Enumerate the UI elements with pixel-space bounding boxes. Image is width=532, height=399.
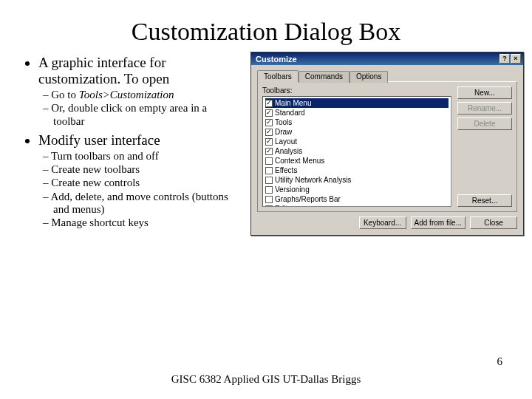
- tab-toolbars[interactable]: Toolbars: [257, 70, 299, 82]
- bullet-2-sub-5: Manage shortcut keys: [53, 216, 240, 229]
- checkbox-icon[interactable]: ✓: [265, 129, 273, 136]
- bullet-1-sub-1: Go to Tools>Customization: [53, 89, 240, 101]
- list-item-label: Effects: [275, 166, 297, 175]
- list-item-label: Graphs/Reports Bar: [275, 194, 341, 204]
- list-item[interactable]: ✓Draw: [265, 127, 449, 137]
- checkbox-icon[interactable]: [265, 186, 273, 194]
- list-item[interactable]: Graphs/Reports Bar: [265, 194, 449, 204]
- list-item[interactable]: ✓Standard: [265, 108, 449, 117]
- checkbox-icon[interactable]: [265, 196, 273, 203]
- bullet-1: A graphic interface for customization. T…: [38, 55, 240, 128]
- delete-button[interactable]: Delete: [457, 117, 512, 130]
- list-item[interactable]: Editor: [265, 204, 449, 207]
- dialog-titlebar[interactable]: Customize ? ×: [251, 52, 523, 65]
- list-item-label: Utility Network Analysis: [275, 175, 351, 185]
- help-button[interactable]: ?: [499, 54, 510, 64]
- list-item[interactable]: Context Menus: [265, 156, 449, 166]
- slide-title: Customization Dialog Box: [22, 18, 510, 46]
- bullet-1-sub-2: Or, double click on empty area in a tool…: [53, 102, 240, 128]
- tab-panel: Toolbars: ✓Main Menu✓Standard✓Tools✓Draw…: [257, 81, 517, 212]
- list-item-label: Standard: [275, 108, 305, 117]
- checkbox-icon[interactable]: [265, 157, 273, 165]
- list-item[interactable]: ✓Layout: [265, 137, 449, 146]
- tab-options[interactable]: Options: [349, 71, 388, 83]
- bullet-1-text: A graphic interface for customization. T…: [38, 55, 169, 86]
- close-button[interactable]: Close: [470, 216, 517, 229]
- checkbox-icon[interactable]: ✓: [265, 119, 273, 126]
- list-item-label: Versioning: [275, 185, 310, 194]
- reset-button[interactable]: Reset...: [457, 194, 512, 207]
- list-item-label: Tools: [275, 117, 292, 127]
- footer-text: GISC 6382 Applied GIS UT-Dallas Briggs: [0, 373, 532, 386]
- toolbars-listbox[interactable]: ✓Main Menu✓Standard✓Tools✓Draw✓Layout✓An…: [262, 96, 451, 207]
- list-item[interactable]: Versioning: [265, 185, 449, 194]
- checkbox-icon[interactable]: [265, 205, 273, 208]
- checkbox-icon[interactable]: ✓: [265, 138, 273, 146]
- new-button[interactable]: New...: [457, 86, 512, 99]
- bullet-2-sub-1: Turn toolbars on and off: [53, 150, 240, 163]
- bullet-2: Modify user interface Turn toolbars on a…: [38, 132, 240, 230]
- list-item[interactable]: ✓Tools: [265, 117, 449, 127]
- list-item[interactable]: Effects: [265, 166, 449, 175]
- customize-dialog: Customize ? × Toolbars Commands Options …: [250, 52, 524, 236]
- keyboard-button[interactable]: Keyboard...: [359, 216, 406, 229]
- list-item[interactable]: ✓Main Menu: [265, 98, 449, 108]
- dialog-title: Customize: [256, 55, 297, 64]
- checkbox-icon[interactable]: ✓: [265, 109, 273, 117]
- dialog-tabs: Toolbars Commands Options: [257, 69, 517, 81]
- checkbox-icon[interactable]: [265, 177, 273, 184]
- checkbox-icon[interactable]: ✓: [265, 148, 273, 155]
- list-item-label: Context Menus: [275, 156, 324, 166]
- add-from-file-button[interactable]: Add from file...: [411, 216, 466, 229]
- rename-button[interactable]: Rename...: [457, 102, 512, 115]
- checkbox-icon[interactable]: ✓: [265, 100, 273, 107]
- list-item-label: Editor: [275, 204, 294, 207]
- tab-commands[interactable]: Commands: [299, 71, 349, 83]
- close-icon[interactable]: ×: [511, 54, 521, 64]
- text-column: A graphic interface for customization. T…: [22, 52, 240, 236]
- list-item[interactable]: Utility Network Analysis: [265, 175, 449, 185]
- bullet-2-text: Modify user interface: [38, 132, 160, 148]
- list-item[interactable]: ✓Analysis: [265, 146, 449, 156]
- list-item-label: Draw: [275, 127, 292, 137]
- bullet-2-sub-4: Add, delete, and move controls (buttons …: [53, 191, 240, 216]
- list-item-label: Main Menu: [275, 98, 311, 108]
- checkbox-icon[interactable]: [265, 167, 273, 174]
- toolbars-label: Toolbars:: [262, 86, 451, 95]
- bullet-2-sub-2: Create new toolbars: [53, 163, 240, 176]
- list-item-label: Layout: [275, 137, 297, 146]
- page-number: 6: [497, 355, 503, 368]
- bullet-2-sub-3: Create new controls: [53, 177, 240, 189]
- list-item-label: Analysis: [275, 146, 302, 156]
